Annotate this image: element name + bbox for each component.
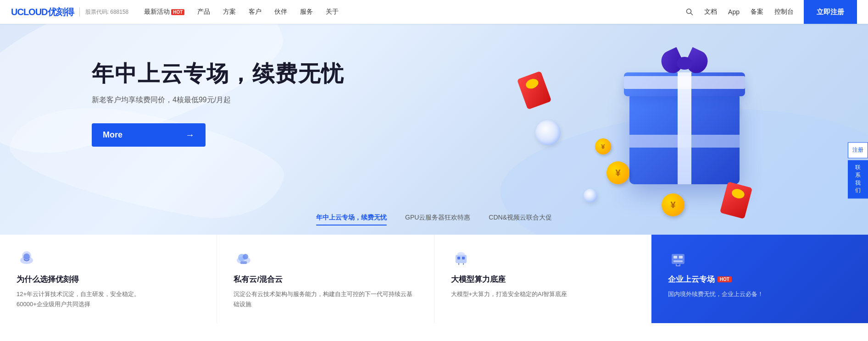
filing-link[interactable]: 备案 xyxy=(746,0,768,24)
hero-banner: 年中上云专场，续费无忧 新老客户均享续费同价，4核最低99元/月起 More → xyxy=(0,24,868,235)
card-desc-1: 12+年云计算技术沉淀，自主研发，安全稳定。60000+企业级用户共同选择 xyxy=(17,289,200,309)
float-register-label: 注册 xyxy=(852,147,863,153)
svg-line-1 xyxy=(691,13,693,15)
app-link[interactable]: App xyxy=(723,0,744,24)
svg-rect-17 xyxy=(679,256,683,258)
svg-rect-16 xyxy=(673,256,677,258)
carousel-underline-3 xyxy=(489,225,552,226)
gift-bow xyxy=(662,47,707,79)
card-icon-1 xyxy=(17,248,37,269)
card-title-4: 企业上云专场 HOT xyxy=(668,274,851,285)
carousel-label-2: GPU云服务器狂欢特惠 xyxy=(405,214,470,225)
logo-text: UCLOUD优刻得 xyxy=(11,6,74,18)
carousel-item-2[interactable]: GPU云服务器狂欢特惠 xyxy=(405,214,470,228)
svg-point-14 xyxy=(457,252,465,256)
nav-latest[interactable]: 最新活动HOT xyxy=(138,0,191,24)
hero-more-button[interactable]: More → xyxy=(92,123,206,147)
float-register-button[interactable]: 注册 xyxy=(848,142,868,158)
hero-carousel: 年中上云专场，续费无忧 GPU云服务器狂欢特惠 CDN&视频云联合大促 xyxy=(316,214,552,228)
card-title-3: 大模型算力底座 xyxy=(451,274,634,285)
crystal-ball-3 xyxy=(584,189,597,203)
svg-point-4 xyxy=(23,253,30,260)
private-cloud-icon xyxy=(234,248,254,269)
search-icon xyxy=(686,8,693,16)
navbar: UCLOUD优刻得 股票代码: 688158 最新活动HOT 产品 方案 客户 … xyxy=(0,0,868,24)
search-button[interactable] xyxy=(681,0,698,24)
ai-compute-icon xyxy=(451,248,471,269)
card-ai-compute[interactable]: 大模型算力底座 大模型+大算力，打造安全稳定的AI智算底座 xyxy=(434,235,651,323)
nav-right: 文档 App 备案 控制台 立即注册 xyxy=(681,0,857,24)
hero-illustration: ¥ ¥ ¥ xyxy=(547,38,776,221)
carousel-underline-1 xyxy=(316,225,387,226)
carousel-underline-2 xyxy=(405,225,470,226)
float-sidebar: 注册 联系我们 xyxy=(848,142,868,198)
carousel-item-3[interactable]: CDN&视频云联合大促 xyxy=(489,214,552,228)
hero-content: 年中上云专场，续费无忧 新老客户均享续费同价，4核最低99元/月起 More → xyxy=(92,60,344,147)
float-contact-button[interactable]: 联系我们 xyxy=(848,160,868,198)
svg-rect-8 xyxy=(240,261,247,264)
nav-solution[interactable]: 方案 xyxy=(217,0,242,24)
coin-2: ¥ xyxy=(662,193,684,216)
card-icon-4 xyxy=(668,248,688,269)
hero-btn-label: More xyxy=(103,130,122,140)
enterprise-icon xyxy=(668,248,688,269)
bow-center xyxy=(677,57,692,70)
red-envelope-2 xyxy=(720,182,752,219)
cards-section: 为什么选择优刻得 12+年云计算技术沉淀，自主研发，安全稳定。60000+企业级… xyxy=(0,235,868,323)
hot-badge: HOT xyxy=(171,9,184,15)
gift-ribbon-horizontal-body xyxy=(629,135,740,148)
stock-code: 股票代码: 688158 xyxy=(85,8,129,16)
svg-rect-18 xyxy=(673,260,683,262)
register-button[interactable]: 立即注册 xyxy=(804,0,857,24)
card-desc-3: 大模型+大算力，打造安全稳定的AI智算底座 xyxy=(451,289,634,299)
card-desc-2: 沉淀公有云技术架构与服务能力，构建自主可控的下一代可持续云基础设施 xyxy=(234,289,417,309)
hero-subtitle: 新老客户均享续费同价，4核最低99元/月起 xyxy=(92,95,344,105)
gift-box xyxy=(620,47,749,184)
card-enterprise[interactable]: 企业上云专场 HOT 国内境外续费无忧，企业上云必备！ xyxy=(651,235,868,323)
card-why-ucloud[interactable]: 为什么选择优刻得 12+年云计算技术沉淀，自主研发，安全稳定。60000+企业级… xyxy=(0,235,217,323)
carousel-label-3: CDN&视频云联合大促 xyxy=(489,214,552,225)
nav-customer[interactable]: 客户 xyxy=(242,0,268,24)
card-private-cloud[interactable]: 私有云/混合云 沉淀公有云技术架构与服务能力，构建自主可控的下一代可持续云基础设… xyxy=(217,235,434,323)
svg-point-7 xyxy=(243,254,248,259)
coin-3: ¥ xyxy=(595,138,611,154)
carousel-label-1: 年中上云专场，续费无忧 xyxy=(316,214,387,225)
logo[interactable]: UCLOUD优刻得 xyxy=(11,6,74,18)
console-link[interactable]: 控制台 xyxy=(770,0,798,24)
hero-btn-arrow: → xyxy=(185,130,195,140)
svg-rect-11 xyxy=(462,257,465,259)
coin-1: ¥ xyxy=(606,161,629,184)
card-icon-3 xyxy=(451,248,471,269)
card-icon-2 xyxy=(234,248,254,269)
card-desc-4: 国内境外续费无忧，企业上云必备！ xyxy=(668,289,851,299)
nav-partner[interactable]: 伙伴 xyxy=(268,0,294,24)
nav-service[interactable]: 服务 xyxy=(294,0,319,24)
nav-divider xyxy=(79,7,80,16)
crystal-ball-1 xyxy=(535,120,561,145)
card-title-2: 私有云/混合云 xyxy=(234,274,417,285)
red-envelope-1 xyxy=(517,71,552,110)
carousel-item-1[interactable]: 年中上云专场，续费无忧 xyxy=(316,214,387,228)
nav-links: 最新活动HOT 产品 方案 客户 伙伴 服务 关于 xyxy=(138,0,345,24)
card-title-1: 为什么选择优刻得 xyxy=(17,274,200,285)
why-ucloud-icon xyxy=(17,248,37,269)
nav-product[interactable]: 产品 xyxy=(191,0,217,24)
hero-title: 年中上云专场，续费无忧 xyxy=(92,60,344,87)
svg-rect-15 xyxy=(672,254,684,264)
svg-rect-9 xyxy=(456,255,467,263)
nav-about[interactable]: 关于 xyxy=(319,0,345,24)
float-contact-label: 联系我们 xyxy=(855,164,861,193)
svg-rect-10 xyxy=(457,257,460,259)
docs-link[interactable]: 文档 xyxy=(700,0,722,24)
enterprise-hot-badge: HOT xyxy=(718,276,732,282)
